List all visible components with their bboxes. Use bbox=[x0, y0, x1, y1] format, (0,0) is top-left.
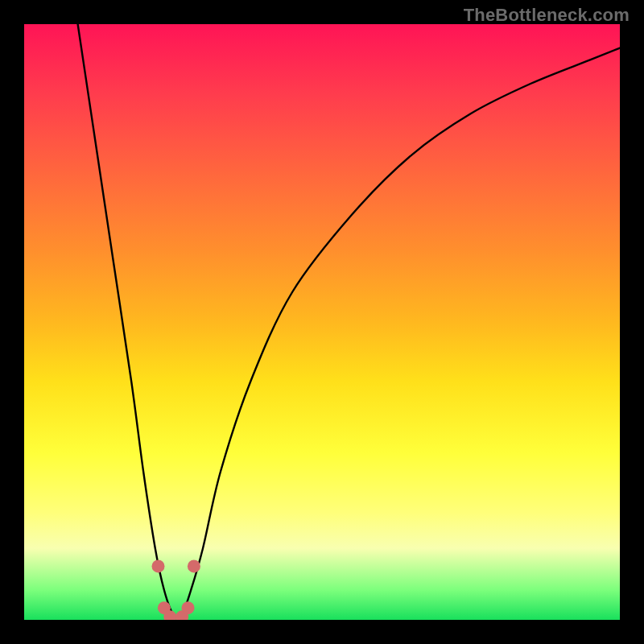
plot-area bbox=[24, 24, 620, 620]
chart-svg bbox=[24, 24, 620, 620]
curve-marker bbox=[182, 601, 195, 614]
chart-outer-frame: TheBottleneck.com bbox=[0, 0, 644, 644]
bottleneck-curve bbox=[78, 24, 620, 617]
curve-markers bbox=[152, 559, 200, 620]
curve-marker bbox=[188, 559, 200, 572]
watermark-text: TheBottleneck.com bbox=[464, 5, 630, 26]
curve-marker bbox=[152, 559, 165, 572]
